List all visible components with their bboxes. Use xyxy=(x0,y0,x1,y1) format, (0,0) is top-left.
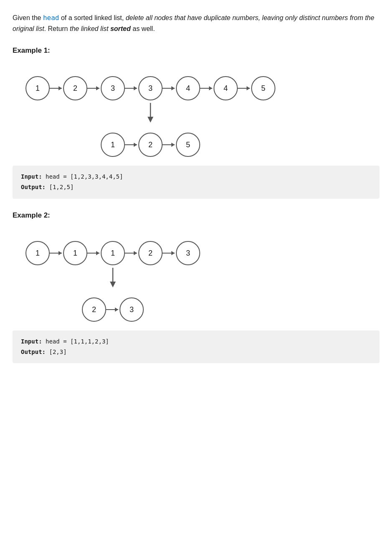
example1-section: Example 1: 1 2 3 3 xyxy=(13,46,379,198)
svg-text:1: 1 xyxy=(36,249,40,257)
svg-text:3: 3 xyxy=(186,249,190,257)
example1-input-head: head = xyxy=(46,173,70,180)
svg-marker-49 xyxy=(134,251,137,255)
example1-input-label: Input: xyxy=(21,173,42,180)
svg-text:1: 1 xyxy=(111,141,115,149)
desc-before-head: Given the xyxy=(13,14,43,21)
svg-text:3: 3 xyxy=(130,305,134,314)
example2-output-line: Output: [2,3] xyxy=(21,347,371,357)
example1-down-arrow xyxy=(21,101,380,130)
example2-output-label: Output: xyxy=(21,348,46,355)
svg-text:5: 5 xyxy=(186,141,190,149)
svg-marker-61 xyxy=(115,308,118,312)
svg-text:3: 3 xyxy=(111,84,115,92)
example1-bottom-list: 1 2 5 xyxy=(21,128,380,161)
svg-text:1: 1 xyxy=(111,249,115,257)
svg-marker-11 xyxy=(134,86,137,90)
desc-middle: . Return xyxy=(44,25,70,32)
example2-input-line: Input: head = [1,1,1,2,3] xyxy=(21,336,371,347)
example1-input-value: [1,2,3,3,4,4,5] xyxy=(70,173,123,180)
desc-bold: sorted xyxy=(110,25,131,32)
example2-title: Example 2: xyxy=(13,211,379,220)
example1-title: Example 1: xyxy=(13,46,379,55)
desc-italic2: the linked list xyxy=(70,25,110,32)
svg-marker-19 xyxy=(209,86,212,90)
svg-marker-35 xyxy=(171,143,175,147)
example2-bottom-list: 2 3 xyxy=(21,293,380,326)
svg-marker-53 xyxy=(171,251,175,255)
svg-text:2: 2 xyxy=(148,249,153,257)
example2-diagram: 1 1 1 2 3 xyxy=(13,228,379,331)
example2-info: Input: head = [1,1,1,2,3] Output: [2,3] xyxy=(13,331,379,363)
svg-marker-41 xyxy=(59,251,62,255)
example1-info: Input: head = [1,2,3,3,4,4,5] Output: [1… xyxy=(13,166,379,198)
head-keyword: head xyxy=(43,14,59,22)
svg-text:5: 5 xyxy=(261,84,265,92)
svg-marker-45 xyxy=(96,251,99,255)
svg-marker-57 xyxy=(110,282,116,287)
svg-text:2: 2 xyxy=(148,141,153,149)
example1-diagram: 1 2 3 3 4 xyxy=(13,63,379,166)
example2-input-label: Input: xyxy=(21,338,42,345)
svg-text:4: 4 xyxy=(186,84,190,92)
example1-output-label: Output: xyxy=(21,184,46,190)
example1-input-line: Input: head = [1,2,3,3,4,4,5] xyxy=(21,172,371,182)
svg-marker-27 xyxy=(148,117,153,123)
desc-after-head: of a sorted linked list, xyxy=(59,14,125,21)
svg-marker-7 xyxy=(96,86,99,90)
svg-text:3: 3 xyxy=(148,84,153,92)
svg-text:2: 2 xyxy=(92,305,96,314)
example1-top-list: 1 2 3 3 4 xyxy=(21,72,380,105)
svg-marker-15 xyxy=(171,86,175,90)
svg-text:4: 4 xyxy=(224,84,228,92)
example2-input-head: head = xyxy=(46,338,70,345)
svg-marker-3 xyxy=(59,86,62,90)
svg-text:1: 1 xyxy=(36,84,40,92)
example2-input-value: [1,1,1,2,3] xyxy=(70,338,109,345)
svg-text:2: 2 xyxy=(73,84,77,92)
example1-output-value: [1,2,5] xyxy=(49,184,74,190)
svg-marker-31 xyxy=(134,143,137,147)
example2-output-value: [2,3] xyxy=(49,348,66,355)
svg-marker-23 xyxy=(247,86,250,90)
example1-output-line: Output: [1,2,5] xyxy=(21,182,371,192)
problem-description: Given the head of a sorted linked list, … xyxy=(13,13,376,34)
example2-top-list: 1 1 1 2 3 xyxy=(21,236,380,270)
svg-text:1: 1 xyxy=(73,249,77,257)
example2-section: Example 2: 1 1 1 2 xyxy=(13,211,379,363)
desc-end: as well. xyxy=(131,25,155,32)
example2-down-arrow xyxy=(21,266,380,295)
